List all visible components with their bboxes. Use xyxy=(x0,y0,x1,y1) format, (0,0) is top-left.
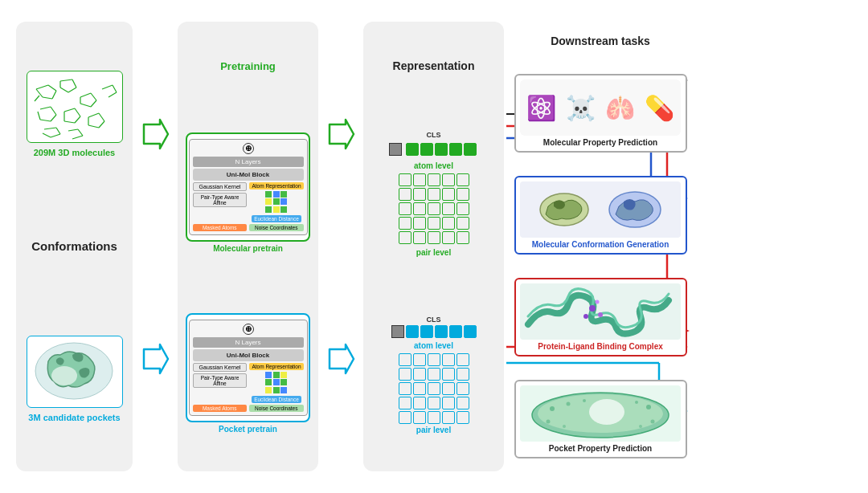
mol-pretrain-box: ⊕ N Layers Uni-Mol Block Gaussian Kernel… xyxy=(186,132,310,242)
task-conformation: Molecular Conformation Generation xyxy=(514,176,687,255)
pretraining-title: Pretraining xyxy=(220,60,276,72)
plus-circle-mol: ⊕ xyxy=(243,143,254,154)
gaussian-kernel-pocket: Gaussian Kernel xyxy=(193,363,248,372)
cls-box-mol xyxy=(389,143,402,156)
mol-count-label: 209M 3D molecules xyxy=(34,148,116,157)
svg-line-24 xyxy=(72,79,76,88)
gaussian-kernel-mol: Gaussian Kernel xyxy=(193,182,248,191)
svg-line-50 xyxy=(51,134,60,137)
svg-line-40 xyxy=(75,116,80,123)
svg-line-29 xyxy=(91,93,96,100)
svg-point-78 xyxy=(635,401,638,404)
svg-line-43 xyxy=(88,113,99,117)
checker-pocket xyxy=(265,372,288,394)
representation-column: Representation CLS atom level xyxy=(363,22,504,471)
cls-label-pocket: CLS xyxy=(427,316,441,324)
svg-point-60 xyxy=(51,366,77,385)
svg-line-38 xyxy=(64,108,75,112)
pocket-arrow-2 xyxy=(326,343,355,375)
svg-line-20 xyxy=(52,91,56,99)
svg-line-18 xyxy=(36,85,48,89)
task-label-mol-prop: Molecular Property Prediction xyxy=(543,138,657,147)
pretraining-column: Pretraining ⊕ N Layers Uni-Mol Block Gau… xyxy=(178,22,318,471)
svg-line-30 xyxy=(91,100,96,107)
svg-line-35 xyxy=(51,115,56,121)
svg-point-82 xyxy=(639,425,642,428)
svg-marker-62 xyxy=(144,344,168,373)
pair-grid-mol xyxy=(399,173,469,244)
unimol-block-mol: Uni-Mol Block xyxy=(193,169,304,181)
svg-line-31 xyxy=(80,104,91,107)
svg-line-52 xyxy=(68,129,78,131)
arrow-col-1 xyxy=(141,22,170,471)
svg-line-26 xyxy=(60,88,68,92)
atom-rep-mol: Atom Representation xyxy=(249,182,303,189)
atom-level-mol: atom level xyxy=(414,161,453,170)
unimol-pocket-block: ⊕ N Layers Uni-Mol Block Gaussian Kernel… xyxy=(189,320,308,416)
n-layers-pocket: N Layers xyxy=(193,337,304,348)
checker-mol xyxy=(265,191,288,214)
euclidean-pocket: Euclidean Distance xyxy=(252,396,301,403)
n-layers-mol: N Layers xyxy=(193,157,304,167)
svg-line-28 xyxy=(80,93,91,97)
euclidean-mol: Euclidean Distance xyxy=(252,215,301,222)
icon-stomach: 🫁 xyxy=(605,94,635,122)
plus-circle-pocket: ⊕ xyxy=(243,324,254,335)
task-label-conformation: Molecular Conformation Generation xyxy=(532,240,669,249)
svg-marker-61 xyxy=(144,120,168,149)
noise-coord-pocket: Noise Coordinates xyxy=(249,405,304,412)
task-img-conformation xyxy=(520,181,681,238)
svg-point-69 xyxy=(583,314,588,319)
svg-line-19 xyxy=(48,85,56,91)
svg-point-80 xyxy=(651,419,655,423)
molecule-image xyxy=(27,71,123,143)
svg-line-39 xyxy=(75,108,80,116)
svg-line-33 xyxy=(40,107,51,109)
icon-pill: 💊 xyxy=(645,94,674,122)
task-label-pocket-prop: Pocket Property Prediction xyxy=(549,444,652,453)
icon-atom: ⚛️ xyxy=(526,94,556,122)
svg-line-21 xyxy=(43,97,52,99)
svg-point-73 xyxy=(589,399,624,425)
mol-arrow-1 xyxy=(141,118,170,150)
unimol-mol-block: ⊕ N Layers Uni-Mol Block Gaussian Kernel… xyxy=(189,139,308,235)
arrow-col-2 xyxy=(326,22,355,471)
svg-point-68 xyxy=(598,312,603,317)
svg-line-53 xyxy=(78,129,83,136)
svg-marker-63 xyxy=(330,120,354,149)
unimol-block-pocket: Uni-Mol Block xyxy=(193,349,304,361)
svg-line-48 xyxy=(44,128,56,129)
masked-atoms-pocket: Masked Atoms xyxy=(193,405,248,412)
downstream-title: Downstream tasks xyxy=(551,35,650,47)
cls-row-pocket: CLS xyxy=(427,316,441,324)
svg-point-79 xyxy=(547,419,551,423)
mol-arrow-2 xyxy=(326,118,355,150)
cls-box-pocket xyxy=(391,325,404,338)
svg-line-54 xyxy=(72,136,83,139)
pocket-count-label: 3M candidate pockets xyxy=(28,413,120,422)
svg-point-77 xyxy=(646,405,651,409)
svg-line-25 xyxy=(68,88,76,92)
atom-level-pocket: atom level xyxy=(414,341,453,350)
svg-line-44 xyxy=(99,113,104,121)
svg-point-76 xyxy=(583,399,586,402)
pair-grid-pocket xyxy=(399,353,469,424)
svg-line-51 xyxy=(43,133,51,137)
atom-rep-pocket: Atom Representation xyxy=(249,363,303,370)
svg-line-46 xyxy=(88,125,99,128)
svg-line-36 xyxy=(40,120,51,121)
mol-pretrain-label: Molecular pretrain xyxy=(213,244,283,253)
svg-line-41 xyxy=(64,121,75,123)
task-label-protein: Protein-Ligand Binding Complex xyxy=(538,342,663,351)
pair-level-pocket: pair level xyxy=(416,426,451,434)
svg-line-55 xyxy=(35,96,39,101)
task-img-protein xyxy=(520,283,681,340)
pocket-pretrain-label: Pocket pretrain xyxy=(219,425,277,434)
downstream-column: Downstream tasks ⚛️ ☠️ 🫁 💊 Molecular Pro… xyxy=(512,22,689,471)
task-img-pocket xyxy=(520,385,681,442)
task-img-mol-prop: ⚛️ ☠️ 🫁 💊 xyxy=(520,79,681,136)
icon-skull: ☠️ xyxy=(566,94,596,122)
svg-line-37 xyxy=(38,112,40,120)
svg-point-67 xyxy=(589,305,596,312)
conformations-title: Conformations xyxy=(31,239,117,253)
